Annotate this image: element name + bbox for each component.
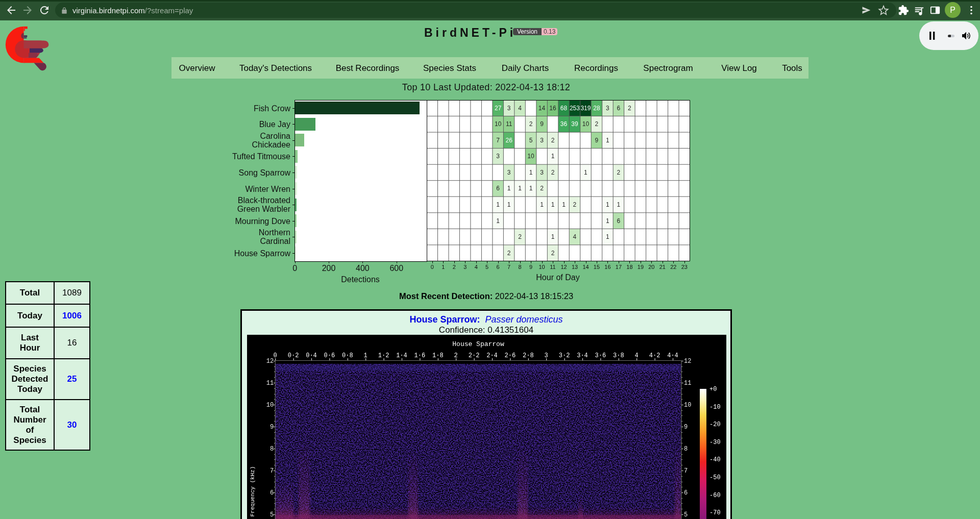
svg-text:-60: -60 [709,492,721,499]
svg-text:5: 5 [270,511,274,518]
svg-text:2·2: 2·2 [469,352,480,359]
svg-text:0: 0 [274,352,277,359]
svg-text:12: 12 [684,358,691,365]
svg-text:1·8: 1·8 [432,352,444,359]
svg-text:-20: -20 [709,421,721,428]
svg-text:7: 7 [684,467,688,475]
svg-text:0·8: 0·8 [342,352,353,359]
svg-text:3·8: 3·8 [613,352,624,359]
svg-text:11: 11 [684,380,691,387]
svg-text:4: 4 [635,352,639,359]
svg-text:4·4: 4·4 [667,352,678,359]
svg-text:4·2: 4·2 [649,352,660,359]
svg-text:10: 10 [266,402,274,409]
svg-text:1·2: 1·2 [378,352,389,359]
svg-text:1·6: 1·6 [414,352,426,359]
svg-text:3: 3 [545,352,548,359]
svg-text:1·4: 1·4 [396,352,407,359]
svg-text:2·8: 2·8 [523,352,534,359]
svg-text:11: 11 [266,380,274,387]
svg-text:0·6: 0·6 [324,352,335,359]
svg-text:-10: -10 [709,404,721,411]
svg-text:9: 9 [270,424,274,431]
svg-text:3·4: 3·4 [577,352,588,359]
svg-text:0·4: 0·4 [306,352,317,359]
svg-text:8: 8 [684,446,688,453]
svg-text:5: 5 [684,511,688,518]
svg-text:7: 7 [270,467,274,475]
svg-text:-40: -40 [709,456,721,463]
svg-text:9: 9 [684,424,688,431]
svg-text:2: 2 [454,352,458,359]
svg-text:3·6: 3·6 [595,352,606,359]
svg-text:0·2: 0·2 [288,352,299,359]
svg-text:3·2: 3·2 [559,352,570,359]
svg-text:1: 1 [364,352,368,359]
svg-text:2·6: 2·6 [505,352,516,359]
svg-text:-30: -30 [709,439,721,446]
svg-text:2·4: 2·4 [486,352,498,359]
svg-text:10: 10 [684,402,691,409]
svg-text:+0: +0 [709,386,717,393]
svg-text:Frequency (kHz): Frequency (kHz) [250,466,256,516]
svg-text:12: 12 [266,358,274,365]
svg-text:-70: -70 [709,509,721,516]
svg-text:6: 6 [684,489,688,497]
svg-text:6: 6 [270,489,274,497]
svg-text:House Sparrow: House Sparrow [452,340,504,348]
svg-text:-50: -50 [709,474,721,481]
svg-text:8: 8 [270,446,274,453]
